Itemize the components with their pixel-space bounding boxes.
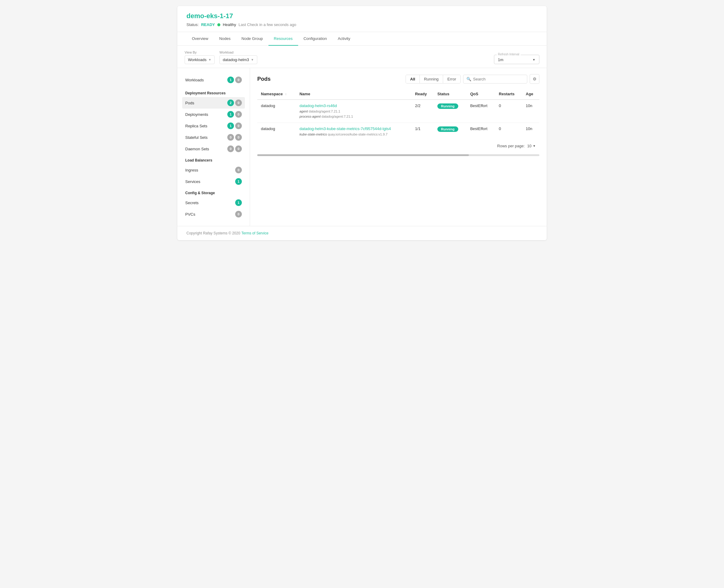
cell-ready: 1/1 bbox=[411, 123, 434, 141]
pvcs-gray-badge: 0 bbox=[235, 211, 242, 217]
cell-restarts: 0 bbox=[495, 100, 522, 123]
pods-table: Namespace ↑ Name Ready Status QoS Restar… bbox=[257, 89, 539, 141]
cell-qos: BestEffort bbox=[466, 123, 495, 141]
rows-per-page-select[interactable]: 10 ▼ bbox=[527, 144, 536, 148]
stateful-sets-gray-badge: 0 bbox=[235, 134, 242, 141]
table-footer: Rows per page: 10 ▼ bbox=[257, 141, 539, 151]
search-box[interactable]: 🔍 bbox=[463, 75, 527, 83]
cell-age: 10n bbox=[522, 123, 539, 141]
daemon-sets-gray-badge: 0 bbox=[235, 146, 242, 152]
sidebar-item-label: Pods bbox=[185, 101, 194, 105]
view-by-select[interactable]: Workloads ▼ bbox=[185, 55, 215, 64]
sidebar-item-label: Stateful Sets bbox=[185, 135, 208, 140]
cluster-title: demo-eks-1-17 bbox=[186, 12, 538, 20]
cell-ready: 2/2 bbox=[411, 100, 434, 123]
sidebar-item-label: Services bbox=[185, 180, 200, 184]
rows-per-page-value: 10 bbox=[527, 144, 531, 148]
deployment-resources-heading: Deployment Resources bbox=[182, 87, 245, 97]
sidebar-item-pvcs[interactable]: PVCs 0 bbox=[182, 208, 245, 220]
cell-namespace: datadog bbox=[257, 100, 296, 123]
cell-name: datadog-helm3-rs46d agent datadog/agent:… bbox=[296, 100, 411, 123]
settings-button[interactable]: ⚙ bbox=[530, 74, 539, 84]
sort-icon: ↑ bbox=[285, 92, 287, 96]
chevron-down-icon: ▼ bbox=[532, 58, 536, 61]
secrets-green-badge: 1 bbox=[235, 199, 242, 206]
status-badge: Running bbox=[437, 126, 458, 132]
sidebar-item-deployments[interactable]: Deployments 1 0 bbox=[182, 109, 245, 120]
chevron-down-icon: ▼ bbox=[208, 58, 211, 61]
tab-overview[interactable]: Overview bbox=[186, 32, 214, 46]
terms-of-service-link[interactable]: Terms of Service bbox=[242, 231, 268, 235]
copyright-text: Copyright Rafay Systems © 2020 bbox=[186, 231, 240, 235]
filter-error-button[interactable]: Error bbox=[443, 75, 460, 83]
pod-name-link[interactable]: datadog-helm3-kube-state-metrics-7cf9575… bbox=[299, 126, 408, 131]
tab-configuration[interactable]: Configuration bbox=[298, 32, 332, 46]
stateful-sets-green-badge: 0 bbox=[227, 134, 234, 141]
search-icon: 🔍 bbox=[466, 77, 471, 81]
replica-sets-gray-badge: 0 bbox=[235, 123, 242, 129]
tab-node-group[interactable]: Node Group bbox=[236, 32, 268, 46]
page-footer: Copyright Rafay Systems © 2020 Terms of … bbox=[177, 226, 547, 240]
page-header: demo-eks-1-17 Status: READY Healthy Last… bbox=[177, 6, 547, 32]
scrollbar-thumb[interactable] bbox=[257, 154, 469, 156]
load-balancers-heading: Load Balancers bbox=[182, 154, 245, 164]
ingress-gray-badge: 0 bbox=[235, 167, 242, 173]
content-area: Workloads 1 0 Deployment Resources Pods … bbox=[177, 68, 547, 226]
cell-qos: BestEffort bbox=[466, 100, 495, 123]
health-label: Healthy bbox=[223, 22, 236, 27]
sidebar-item-pods[interactable]: Pods 2 0 bbox=[182, 97, 245, 109]
main-panel: Pods All Running Error 🔍 ⚙ bbox=[250, 68, 547, 226]
pods-gray-badge: 0 bbox=[235, 100, 242, 106]
col-ready: Ready bbox=[411, 89, 434, 100]
pod-filter-buttons: All Running Error bbox=[406, 75, 461, 83]
workload-label: Workload bbox=[219, 50, 257, 54]
daemon-sets-green-badge: 0 bbox=[227, 146, 234, 152]
chevron-down-icon: ▼ bbox=[251, 58, 254, 61]
tab-bar: Overview Nodes Node Group Resources Conf… bbox=[177, 32, 547, 46]
refresh-interval-group: Refresh Interval 1m ▼ bbox=[494, 55, 539, 64]
tab-nodes[interactable]: Nodes bbox=[214, 32, 236, 46]
pods-title: Pods bbox=[257, 76, 270, 82]
workloads-green-badge: 1 bbox=[227, 77, 234, 83]
sidebar-item-label: Deployments bbox=[185, 112, 208, 117]
sidebar-item-services[interactable]: Services 1 bbox=[182, 176, 245, 187]
search-input[interactable] bbox=[473, 77, 524, 81]
deployments-gray-badge: 0 bbox=[235, 111, 242, 118]
status-badge: Running bbox=[437, 103, 458, 109]
filter-running-button[interactable]: Running bbox=[420, 75, 443, 83]
status-value: READY bbox=[201, 22, 215, 27]
col-qos: QoS bbox=[466, 89, 495, 100]
sidebar-item-label: Daemon Sets bbox=[185, 147, 209, 151]
cell-namespace: datadog bbox=[257, 123, 296, 141]
col-namespace[interactable]: Namespace ↑ bbox=[257, 89, 296, 100]
health-indicator bbox=[217, 23, 220, 26]
filter-all-button[interactable]: All bbox=[406, 75, 420, 83]
pods-header: Pods All Running Error 🔍 ⚙ bbox=[257, 74, 539, 84]
workload-select[interactable]: datadog-helm3 ▼ bbox=[219, 55, 257, 64]
cell-name: datadog-helm3-kube-state-metrics-7cf9575… bbox=[296, 123, 411, 141]
sidebar-item-secrets[interactable]: Secrets 1 bbox=[182, 197, 245, 208]
pod-name-link[interactable]: datadog-helm3-rs46d bbox=[299, 103, 408, 108]
cell-status: Running bbox=[434, 123, 466, 141]
gear-icon: ⚙ bbox=[533, 77, 537, 81]
sidebar-item-stateful-sets[interactable]: Stateful Sets 0 0 bbox=[182, 131, 245, 143]
refresh-interval-select[interactable]: 1m ▼ bbox=[498, 58, 536, 62]
sidebar: Workloads 1 0 Deployment Resources Pods … bbox=[177, 68, 250, 226]
refresh-value: 1m bbox=[498, 58, 503, 62]
workload-value: datadog-helm3 bbox=[223, 58, 249, 62]
cell-status: Running bbox=[434, 100, 466, 123]
sidebar-item-replica-sets[interactable]: Replica Sets 1 0 bbox=[182, 120, 245, 131]
view-by-value: Workloads bbox=[188, 58, 206, 62]
sidebar-item-ingress[interactable]: Ingress 0 bbox=[182, 164, 245, 176]
horizontal-scrollbar[interactable] bbox=[257, 154, 539, 156]
tab-resources[interactable]: Resources bbox=[268, 32, 298, 46]
col-name: Name bbox=[296, 89, 411, 100]
view-by-group: View By Workloads ▼ bbox=[185, 50, 215, 64]
sidebar-item-label: Ingress bbox=[185, 168, 198, 172]
sidebar-item-daemon-sets[interactable]: Daemon Sets 0 0 bbox=[182, 143, 245, 154]
rows-per-page-label: Rows per page: bbox=[497, 144, 525, 148]
pod-sub-info: agent datadog/agent:7.21.1 bbox=[299, 109, 408, 114]
workload-group: Workload datadog-helm3 ▼ bbox=[219, 50, 257, 64]
tab-activity[interactable]: Activity bbox=[332, 32, 356, 46]
view-by-label: View By bbox=[185, 50, 215, 54]
